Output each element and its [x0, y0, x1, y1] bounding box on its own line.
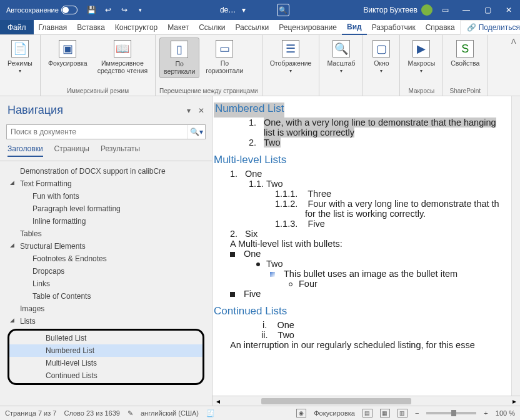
tree-structural[interactable]: ◢Structural Elements: [4, 240, 208, 252]
user-name[interactable]: Виктор Бухтеев: [363, 6, 418, 14]
tab-developer[interactable]: Разработчик: [367, 21, 421, 34]
search-button[interactable]: 🔍▾: [188, 125, 205, 139]
print-layout-icon[interactable]: ▦: [380, 409, 390, 418]
tree-links[interactable]: Links: [4, 278, 208, 290]
immersive-reader-button[interactable]: 📖 Иммерсивное средство чтения: [94, 38, 151, 77]
chevron-down-icon: ▾: [289, 68, 292, 74]
tab-layout[interactable]: Макет: [162, 21, 194, 34]
tab-headings[interactable]: Заголовки: [8, 144, 43, 157]
list-item: Six: [245, 229, 258, 239]
tree-dropcaps[interactable]: Dropcaps: [4, 265, 208, 278]
vertical-scrollbar[interactable]: [511, 96, 520, 396]
maximize-icon[interactable]: ▢: [479, 4, 496, 16]
tab-insert[interactable]: Вставка: [72, 21, 110, 34]
tree-toc[interactable]: Table of Contents: [4, 290, 208, 302]
macros-button[interactable]: ▶ Макросы ▾: [404, 38, 439, 76]
tab-mailings[interactable]: Рассылки: [230, 21, 274, 34]
highlighted-group: Bulleted List Numbered List Multi-level …: [8, 329, 204, 385]
focus-mode-button[interactable]: ▣ Фокусировка: [44, 38, 91, 69]
zoom-button[interactable]: 🔍 Масштаб ▾: [323, 38, 359, 76]
list-item: Two: [266, 259, 283, 269]
ribbon-display-icon[interactable]: ▭: [436, 4, 454, 16]
share-icon: 🔗: [467, 23, 476, 32]
window-icon: ▢: [372, 40, 390, 58]
word-count-status[interactable]: Слово 23 из 1639: [64, 409, 120, 417]
nav-search[interactable]: 🔍▾: [6, 124, 206, 139]
autosave-toggle[interactable]: Автосохранение: [2, 6, 81, 14]
tab-file[interactable]: Файл: [0, 20, 34, 34]
views-button[interactable]: 📄 Режимы ▾: [4, 38, 36, 76]
document-body[interactable]: Numbered List 1.One, with a very long li…: [212, 96, 520, 396]
display-button[interactable]: ☰ Отображение ▾: [266, 38, 316, 76]
share-button[interactable]: 🔗 Поделиться: [460, 20, 520, 35]
tree-continued-lists[interactable]: Continued Lists: [9, 369, 202, 382]
tab-view[interactable]: Вид: [342, 20, 367, 35]
tree-fun-fonts[interactable]: Fun with fonts: [4, 190, 208, 202]
horizontal-scrollbar[interactable]: ◂ ▸: [212, 396, 520, 406]
image-bullet-icon: [270, 272, 275, 277]
horizontal-l1: По: [221, 59, 229, 67]
focus-label-sb[interactable]: Фокусировка: [314, 409, 355, 417]
vertical-l1: По: [176, 60, 184, 68]
close-icon[interactable]: ✕: [500, 4, 518, 16]
nav-tree: Demonstration of DOCX support in calibCr…: [0, 161, 212, 406]
heading-continued: Continued Lists: [212, 305, 520, 320]
zoom-out-icon[interactable]: −: [415, 409, 419, 417]
properties-button[interactable]: S Свойства: [447, 38, 483, 69]
zoom-level[interactable]: 100 %: [496, 409, 515, 417]
tree-multilevel-lists[interactable]: Multi-level Lists: [9, 357, 202, 369]
nav-dropdown-icon[interactable]: ▾: [187, 106, 191, 115]
tree-footnotes[interactable]: Footnotes & Endnotes: [4, 252, 208, 265]
tab-results[interactable]: Результаты: [101, 144, 140, 157]
tree-text-formatting[interactable]: ◢Text Formatting: [4, 178, 208, 190]
focus-mode-sb-icon[interactable]: ◉: [296, 409, 306, 418]
spellcheck-icon[interactable]: ✎: [128, 409, 133, 418]
main-area: Навигация ▾ ✕ 🔍▾ Заголовки Страницы Резу…: [0, 96, 520, 406]
tab-help[interactable]: Справка: [421, 21, 460, 34]
search-icon[interactable]: 🔍: [277, 4, 289, 16]
tree-para-formatting[interactable]: Paragraph level formatting: [4, 202, 208, 215]
tree-inline-formatting[interactable]: Inline formatting: [4, 215, 208, 228]
zoom-in-icon[interactable]: +: [484, 409, 488, 417]
tree-lists[interactable]: ◢Lists: [4, 315, 208, 328]
redo-icon[interactable]: ↪: [119, 4, 130, 16]
window-button[interactable]: ▢ Окно ▾: [367, 38, 396, 76]
tab-pages[interactable]: Страницы: [54, 144, 89, 157]
macros-label: Макросы: [408, 59, 435, 67]
zoom-slider[interactable]: [426, 412, 476, 414]
tree-bulleted-list[interactable]: Bulleted List: [9, 332, 202, 344]
tab-design[interactable]: Конструктор: [110, 21, 162, 34]
scroll-thumb[interactable]: [261, 398, 411, 404]
language-status[interactable]: английский (США): [141, 409, 199, 417]
vertical-page-button[interactable]: ▯ По вертикали: [159, 38, 199, 78]
group-zoom-label: [323, 86, 359, 94]
accessibility-icon[interactable]: 🧾: [206, 409, 215, 418]
focus-icon: ▣: [59, 40, 76, 58]
scroll-left-icon[interactable]: ◂: [212, 397, 224, 406]
scroll-right-icon[interactable]: ▸: [509, 397, 520, 406]
save-icon[interactable]: 💾: [86, 4, 98, 16]
group-window-label: [367, 86, 396, 94]
nav-title: Навигация: [8, 104, 63, 117]
tree-tables[interactable]: Tables: [4, 228, 208, 240]
nav-close-icon[interactable]: ✕: [198, 106, 204, 115]
document-area[interactable]: Numbered List 1.One, with a very long li…: [212, 96, 520, 406]
qat-dropdown-icon[interactable]: ▾: [135, 4, 146, 16]
collapse-ribbon-icon[interactable]: ᐱ: [511, 38, 516, 46]
group-sharepoint-label: SharePoint: [447, 86, 483, 94]
page-status[interactable]: Страница 7 из 7: [5, 409, 56, 417]
minimize-icon[interactable]: —: [458, 4, 475, 16]
tab-references[interactable]: Ссылки: [194, 21, 230, 34]
heading-multilevel: Multi-level Lists: [212, 154, 520, 169]
tab-review[interactable]: Рецензирование: [274, 21, 342, 34]
undo-icon[interactable]: ↩: [102, 4, 114, 16]
tree-images[interactable]: Images: [4, 302, 208, 315]
avatar[interactable]: [421, 4, 432, 16]
read-mode-icon[interactable]: ▤: [362, 409, 372, 418]
tree-root[interactable]: Demonstration of DOCX support in calibCr…: [4, 165, 208, 178]
web-layout-icon[interactable]: ▥: [398, 409, 408, 418]
tree-numbered-list[interactable]: Numbered List: [9, 344, 202, 357]
horizontal-page-button[interactable]: ▭ По горизонтали: [202, 38, 247, 77]
search-input[interactable]: [7, 125, 188, 139]
tab-home[interactable]: Главная: [34, 21, 72, 34]
